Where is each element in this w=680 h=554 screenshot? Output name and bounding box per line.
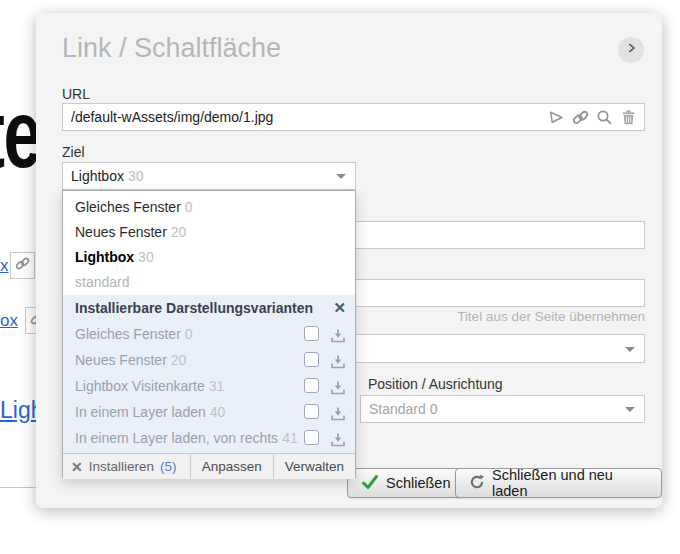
check-icon xyxy=(361,474,379,493)
chevron-down-icon xyxy=(336,174,346,179)
url-label: URL xyxy=(62,86,90,102)
close-button[interactable]: Schließen xyxy=(347,468,464,498)
ziel-label: Ziel xyxy=(62,144,85,160)
install-count: (5) xyxy=(160,459,177,474)
close-icon: ✕ xyxy=(71,459,83,475)
ziel-dropdown-panel: Gleiches Fenster0 Neues Fenster20 Lightb… xyxy=(62,190,356,478)
close-reload-button[interactable]: Schließen und neu laden xyxy=(455,468,662,498)
install-checkbox[interactable] xyxy=(304,430,319,445)
installable-variants-header: Installierbare Darstellungsvarianten xyxy=(75,300,313,316)
verwalten-button[interactable]: Verwalten xyxy=(273,454,355,479)
pointer-icon[interactable] xyxy=(546,107,566,127)
install-checkbox[interactable] xyxy=(304,378,319,393)
position-select[interactable]: Standard 0 xyxy=(360,395,645,423)
dropdown-footer: ✕ Installieren (5) Anpassen Verwalten xyxy=(63,453,355,479)
search-icon[interactable] xyxy=(594,107,614,127)
installable-variants-panel: Installierbare Darstellungsvarianten ✕ G… xyxy=(63,295,355,453)
ziel-selected-num: 30 xyxy=(128,168,144,184)
chain-link-button-1[interactable] xyxy=(10,252,35,279)
chevron-right-icon xyxy=(624,41,638,59)
anpassen-button[interactable]: Anpassen xyxy=(190,454,273,479)
installable-row-layer-laden[interactable]: In einem Layer laden40 xyxy=(63,399,355,425)
install-button[interactable]: ✕ Installieren (5) xyxy=(63,454,190,479)
chain-link-icon xyxy=(15,256,30,275)
download-icon[interactable] xyxy=(330,352,346,368)
trash-icon[interactable] xyxy=(618,107,638,127)
background-heading-fragment: te xyxy=(0,96,41,173)
url-input[interactable]: /default-wAssets/img/demo/1.jpg xyxy=(62,103,645,131)
chain-link-icon[interactable] xyxy=(570,107,590,127)
ziel-select[interactable]: Lightbox30 xyxy=(62,162,356,190)
background-link-2[interactable]: ox xyxy=(0,311,18,331)
reload-icon xyxy=(469,474,485,493)
install-checkbox[interactable] xyxy=(304,352,319,367)
position-selected-value: Standard 0 xyxy=(369,396,438,422)
close-icon[interactable]: ✕ xyxy=(333,295,346,321)
download-icon[interactable] xyxy=(330,378,346,394)
expand-dialog-button[interactable] xyxy=(618,37,644,63)
install-checkbox[interactable] xyxy=(304,326,319,341)
download-icon[interactable] xyxy=(330,326,346,342)
dialog-title: Link / Schaltfläche xyxy=(62,33,281,64)
dropdown-option-neues-fenster[interactable]: Neues Fenster20 xyxy=(63,220,355,245)
dropdown-option-gleiches-fenster[interactable]: Gleiches Fenster0 xyxy=(63,195,355,220)
page: te x ox Ligh Link / Schaltfläche xyxy=(0,0,680,554)
position-label: Position / Ausrichtung xyxy=(368,376,503,392)
download-icon[interactable] xyxy=(330,404,346,420)
link-dialog: Link / Schaltfläche URL /default-wAssets… xyxy=(36,13,662,508)
dropdown-option-lightbox-selected[interactable]: Lightbox30 xyxy=(63,245,355,270)
download-icon[interactable] xyxy=(330,430,346,446)
background-divider xyxy=(0,487,37,488)
background-link-1[interactable]: x xyxy=(0,256,9,276)
installable-row-layer-laden-rechts[interactable]: In einem Layer laden, von rechts41 xyxy=(63,425,355,451)
chevron-down-icon xyxy=(625,347,635,352)
installable-row-gleiches-fenster[interactable]: Gleiches Fenster0 xyxy=(63,321,355,347)
install-checkbox[interactable] xyxy=(304,404,319,419)
installable-row-neues-fenster[interactable]: Neues Fenster20 xyxy=(63,347,355,373)
installable-row-lightbox-visitenkarte[interactable]: Lightbox Visitenkarte31 xyxy=(63,373,355,399)
chevron-down-icon xyxy=(625,407,635,412)
ziel-selected-value: Lightbox xyxy=(71,168,124,184)
dropdown-option-standard[interactable]: standard xyxy=(63,270,355,295)
title-hint: Titel aus der Seite übernehmen xyxy=(457,309,645,324)
url-value: /default-wAssets/img/demo/1.jpg xyxy=(71,104,273,130)
